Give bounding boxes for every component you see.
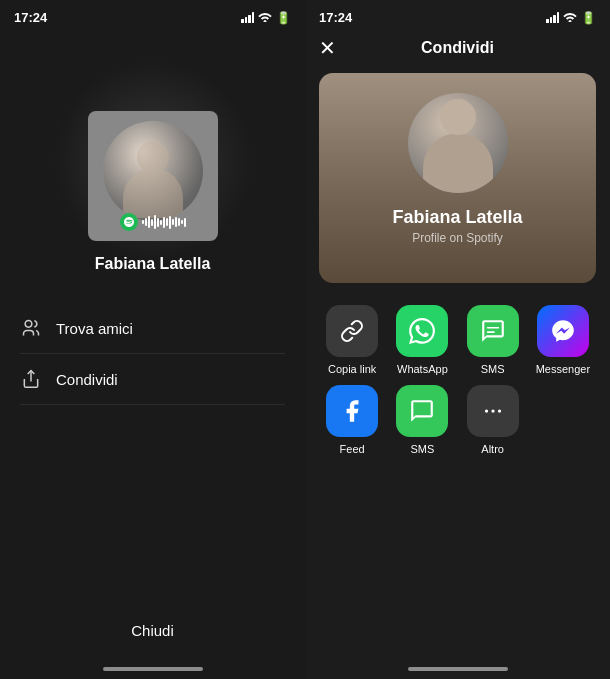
battery-icon-right: 🔋 bbox=[581, 11, 596, 25]
action-copy-link[interactable]: Copia link bbox=[319, 305, 385, 375]
altro-icon bbox=[467, 385, 519, 437]
feed-icon bbox=[326, 385, 378, 437]
sms1-label: SMS bbox=[481, 363, 505, 375]
action-sms2[interactable]: SMS bbox=[389, 385, 455, 455]
wifi-icon bbox=[258, 11, 272, 24]
preview-avatar-figure bbox=[418, 94, 498, 193]
action-whatsapp[interactable]: WhatsApp bbox=[389, 305, 455, 375]
status-bar-left: 17:24 🔋 bbox=[0, 0, 305, 31]
time-right: 17:24 bbox=[319, 10, 352, 25]
svg-point-4 bbox=[498, 409, 501, 412]
home-indicator-left bbox=[103, 667, 203, 671]
sms2-label: SMS bbox=[410, 443, 434, 455]
right-panel: 17:24 🔋 ✕ Condividi bbox=[305, 0, 610, 679]
find-friends-label: Trova amici bbox=[56, 320, 133, 337]
spotify-scan-card bbox=[88, 111, 218, 241]
copy-link-label: Copia link bbox=[328, 363, 376, 375]
time-left: 17:24 bbox=[14, 10, 47, 25]
preview-subtitle: Profile on Spotify bbox=[412, 231, 503, 245]
action-messenger[interactable]: Messenger bbox=[530, 305, 596, 375]
svg-point-0 bbox=[25, 321, 32, 328]
status-bar-right: 17:24 🔋 bbox=[305, 0, 610, 31]
whatsapp-label: WhatsApp bbox=[397, 363, 448, 375]
avatar-body bbox=[123, 168, 183, 218]
sms2-icon bbox=[396, 385, 448, 437]
altro-label: Altro bbox=[481, 443, 504, 455]
waveform bbox=[142, 214, 186, 230]
wifi-icon-right bbox=[563, 11, 577, 24]
signal-icon-right bbox=[546, 12, 559, 23]
battery-icon: 🔋 bbox=[276, 11, 291, 25]
menu-items: Trova amici Condividi bbox=[0, 303, 305, 405]
action-altro[interactable]: Altro bbox=[460, 385, 526, 455]
messenger-icon bbox=[537, 305, 589, 357]
profile-card: Fabiana Latella bbox=[88, 111, 218, 273]
spotify-bottom bbox=[120, 213, 186, 231]
find-friends-item[interactable]: Trova amici bbox=[20, 303, 285, 354]
signal-icon bbox=[241, 12, 254, 23]
preview-avatar-body bbox=[423, 133, 493, 193]
spotify-logo-small bbox=[120, 213, 138, 231]
share-icon bbox=[20, 368, 42, 390]
action-sms1[interactable]: SMS bbox=[460, 305, 526, 375]
share-close-button[interactable]: ✕ bbox=[319, 38, 336, 58]
share-header: ✕ Condividi bbox=[305, 31, 610, 67]
home-indicator-right bbox=[408, 667, 508, 671]
preview-name: Fabiana Latella bbox=[392, 207, 522, 228]
share-item[interactable]: Condividi bbox=[20, 354, 285, 405]
feed-label: Feed bbox=[340, 443, 365, 455]
close-button-left[interactable]: Chiudi bbox=[131, 622, 174, 639]
sms1-icon bbox=[467, 305, 519, 357]
share-actions: Copia link WhatsApp SMS bbox=[305, 289, 610, 461]
action-feed[interactable]: Feed bbox=[319, 385, 385, 455]
find-friends-icon bbox=[20, 317, 42, 339]
avatar-head bbox=[137, 141, 169, 173]
share-label: Condividi bbox=[56, 371, 118, 388]
profile-name-left: Fabiana Latella bbox=[95, 255, 211, 273]
card-avatar bbox=[103, 121, 203, 221]
svg-point-3 bbox=[485, 409, 488, 412]
left-panel: 17:24 🔋 bbox=[0, 0, 305, 679]
preview-avatar-head bbox=[440, 99, 476, 135]
status-icons-left: 🔋 bbox=[241, 11, 291, 25]
preview-avatar bbox=[408, 93, 508, 193]
share-title: Condividi bbox=[421, 39, 494, 57]
copy-link-icon bbox=[326, 305, 378, 357]
share-preview-card: Fabiana Latella Profile on Spotify bbox=[319, 73, 596, 283]
messenger-label: Messenger bbox=[536, 363, 590, 375]
svg-point-2 bbox=[491, 409, 494, 412]
status-icons-right: 🔋 bbox=[546, 11, 596, 25]
whatsapp-icon bbox=[396, 305, 448, 357]
avatar-figure bbox=[118, 131, 188, 221]
